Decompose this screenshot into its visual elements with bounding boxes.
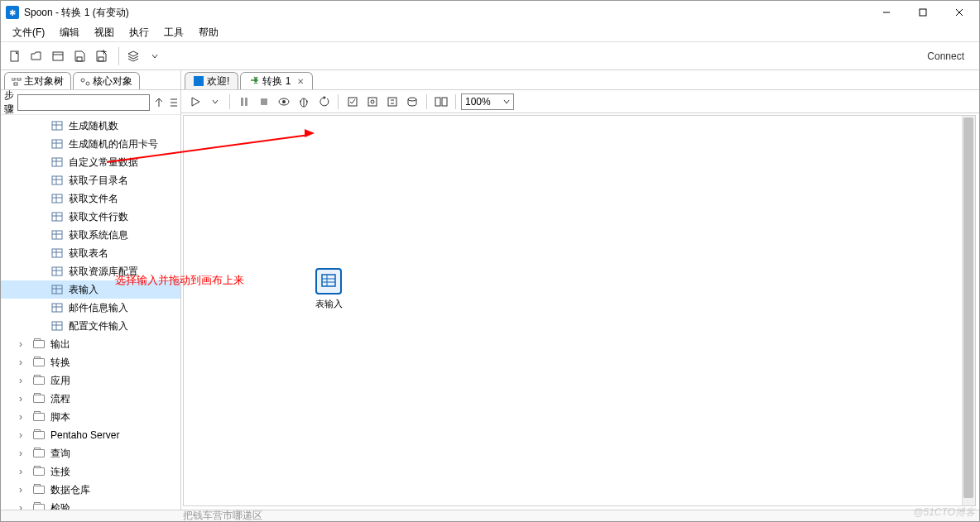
tree-folder-item[interactable]: ›Pentaho Server bbox=[1, 426, 180, 444]
minimize-icon bbox=[882, 8, 891, 17]
tree-folder-label: 输出 bbox=[50, 338, 70, 352]
replay-button[interactable] bbox=[315, 93, 333, 111]
run-button[interactable] bbox=[186, 93, 204, 111]
folder-icon bbox=[32, 338, 46, 351]
separator bbox=[338, 94, 339, 109]
tree-folder-label: 脚本 bbox=[50, 410, 70, 424]
new-button[interactable] bbox=[6, 47, 24, 65]
perspective-button[interactable] bbox=[124, 47, 142, 65]
pause-button[interactable] bbox=[235, 93, 253, 111]
tree-folder-item[interactable]: ›输出 bbox=[1, 335, 180, 353]
menu-run[interactable]: 执行 bbox=[122, 24, 156, 41]
steps-search-input[interactable] bbox=[17, 94, 150, 111]
minimize-button[interactable] bbox=[868, 1, 905, 24]
impact-button[interactable] bbox=[363, 93, 382, 111]
zoom-selector[interactable]: 100% bbox=[461, 93, 514, 110]
tree-folder-item[interactable]: ›脚本 bbox=[1, 408, 180, 426]
perspective-dropdown[interactable] bbox=[146, 47, 164, 65]
tab-core-objects[interactable]: 核心对象 bbox=[73, 72, 140, 89]
tree-step-item[interactable]: 获取文件行数 bbox=[1, 208, 180, 226]
tree-folder-item[interactable]: ›应用 bbox=[1, 371, 180, 390]
close-icon bbox=[955, 8, 963, 17]
svg-rect-45 bbox=[52, 285, 62, 294]
steps-tree[interactable]: 生成随机数生成随机的信用卡号自定义常量数据获取子目录名获取文件名获取文件行数获取… bbox=[1, 115, 180, 510]
menu-file[interactable]: 文件(F) bbox=[6, 24, 51, 41]
expand-toggle[interactable]: › bbox=[19, 429, 27, 441]
expand-toggle[interactable]: › bbox=[19, 484, 27, 496]
run-options-button[interactable] bbox=[206, 93, 224, 111]
expand-toggle[interactable]: › bbox=[19, 502, 27, 510]
debug-button[interactable] bbox=[295, 93, 313, 111]
expand-toggle[interactable]: › bbox=[19, 393, 27, 405]
explore-icon bbox=[51, 50, 65, 63]
tree-step-item[interactable]: 获取文件名 bbox=[1, 189, 180, 208]
step-icon bbox=[50, 156, 64, 169]
explore-db-button[interactable] bbox=[403, 93, 421, 111]
core-icon bbox=[80, 77, 90, 85]
menu-help[interactable]: 帮助 bbox=[192, 24, 225, 41]
expand-toggle[interactable]: › bbox=[19, 357, 27, 368]
sql-button[interactable] bbox=[383, 93, 401, 111]
save-button[interactable] bbox=[70, 47, 89, 65]
document-tabs: 欢迎! 转换 1 ✕ bbox=[181, 70, 979, 90]
tab-welcome[interactable]: 欢迎! bbox=[185, 72, 238, 89]
play-icon bbox=[190, 96, 201, 108]
tree-step-item[interactable]: 邮件信息输入 bbox=[1, 299, 180, 317]
expand-toggle[interactable]: › bbox=[19, 375, 27, 386]
tree-folder-item[interactable]: ›流程 bbox=[1, 390, 180, 408]
tree-folder-label: 连接 bbox=[50, 465, 70, 479]
expand-all-button[interactable] bbox=[153, 94, 165, 111]
tab-object-tree[interactable]: 主对象树 bbox=[4, 72, 71, 89]
close-button[interactable] bbox=[941, 1, 978, 24]
canvas-node-table-input[interactable]: 表输入 bbox=[312, 268, 345, 310]
expand-toggle[interactable]: › bbox=[19, 448, 27, 459]
scrollbar-thumb[interactable] bbox=[963, 117, 973, 498]
vertical-scrollbar[interactable] bbox=[962, 116, 975, 505]
open-button[interactable] bbox=[27, 47, 46, 65]
tree-folder-label: 查询 bbox=[50, 447, 70, 461]
collapse-all-button[interactable] bbox=[168, 94, 180, 111]
tree-item-label: 获取系统信息 bbox=[69, 228, 128, 242]
tree-folder-item[interactable]: ›数据仓库 bbox=[1, 481, 180, 499]
tree-item-label: 自定义常量数据 bbox=[69, 156, 138, 170]
menu-tools[interactable]: 工具 bbox=[157, 24, 190, 41]
svg-rect-48 bbox=[52, 304, 62, 312]
svg-rect-18 bbox=[52, 122, 62, 130]
show-results-button[interactable] bbox=[432, 93, 450, 111]
menu-edit[interactable]: 编辑 bbox=[53, 24, 86, 41]
explore-button[interactable] bbox=[49, 47, 67, 65]
stop-button[interactable] bbox=[255, 93, 273, 111]
tab-transformation[interactable]: 转换 1 ✕ bbox=[240, 72, 313, 89]
tree-step-item[interactable]: 获取系统信息 bbox=[1, 226, 180, 244]
canvas[interactable]: 表输入 bbox=[184, 116, 975, 505]
expand-toggle[interactable]: › bbox=[19, 338, 27, 350]
verify-button[interactable] bbox=[343, 93, 362, 111]
tree-folder-item[interactable]: ›检验 bbox=[1, 499, 180, 510]
tab-close-icon[interactable]: ✕ bbox=[297, 77, 304, 86]
tree-folder-item[interactable]: ›连接 bbox=[1, 462, 180, 481]
preview-button[interactable] bbox=[275, 93, 293, 111]
connect-link[interactable]: Connect bbox=[917, 50, 974, 62]
expand-toggle[interactable]: › bbox=[19, 466, 27, 477]
menu-bar: 文件(F) 编辑 视图 执行 工具 帮助 bbox=[1, 24, 979, 42]
tree-folder-item[interactable]: ›转换 bbox=[1, 353, 180, 371]
svg-rect-1 bbox=[920, 9, 926, 16]
svg-rect-39 bbox=[52, 249, 62, 257]
maximize-button[interactable] bbox=[905, 1, 941, 24]
tree-step-item[interactable]: 配置文件输入 bbox=[1, 317, 180, 335]
menu-view[interactable]: 视图 bbox=[88, 24, 121, 41]
folder-icon bbox=[32, 465, 46, 478]
app-icon: ✱ bbox=[6, 6, 19, 19]
tree-step-item[interactable]: 生成随机数 bbox=[1, 117, 180, 135]
saveas-button[interactable]: + bbox=[92, 47, 110, 65]
svg-rect-21 bbox=[52, 140, 62, 148]
tree-item-label: 获取文件名 bbox=[69, 192, 118, 206]
step-icon bbox=[50, 283, 64, 296]
tree-item-label: 生成随机的信用卡号 bbox=[69, 137, 158, 151]
folder-icon bbox=[32, 429, 46, 442]
tree-step-item[interactable]: 生成随机的信用卡号 bbox=[1, 135, 180, 153]
tree-step-item[interactable]: 获取表名 bbox=[1, 244, 180, 262]
expand-toggle[interactable]: › bbox=[19, 411, 27, 423]
tree-folder-item[interactable]: ›查询 bbox=[1, 444, 180, 462]
tree-step-item[interactable]: 获取子目录名 bbox=[1, 171, 180, 189]
